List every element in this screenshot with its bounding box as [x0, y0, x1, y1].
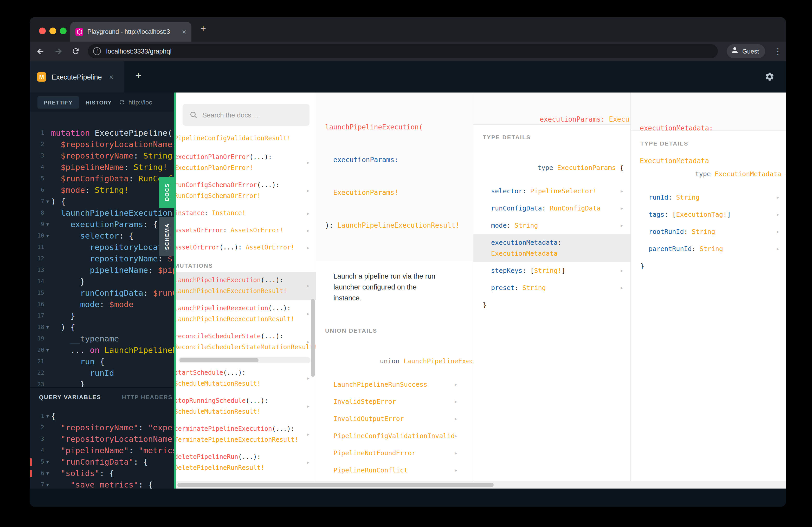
code-line[interactable]: 18▾ ) {	[30, 322, 174, 333]
horizontal-scrollbar[interactable]	[176, 481, 786, 488]
code-line[interactable]: 13 pipelineName: $pipelineName	[30, 265, 174, 276]
docs-search-input[interactable]: Search the docs ...	[183, 104, 309, 126]
code-line[interactable]: 16 mode: $mode	[30, 299, 174, 310]
code-line[interactable]: 17 }	[30, 310, 174, 322]
code-line[interactable]: 4 $pipelineName: String!	[30, 162, 174, 173]
query-editor[interactable]: 1mutation ExecutePipeline(2 $repositoryL…	[30, 112, 174, 387]
union-member-LaunchPipelineRunSuccess[interactable]: LaunchPipelineRunSuccess▶	[316, 376, 473, 393]
url-bar[interactable]: i localhost:3333/graphql	[88, 44, 718, 58]
tab-close-icon[interactable]: ×	[182, 28, 186, 36]
code-line[interactable]: 3 $repositoryName: String!	[30, 150, 174, 162]
endpoint-input[interactable]: http://loc	[119, 99, 152, 106]
docs-item-instance[interactable]: instance: Instance!▶	[176, 205, 316, 222]
scrollbar-thumb[interactable]	[179, 358, 259, 362]
browser-menu-icon[interactable]: ⋮	[774, 44, 782, 58]
code-line[interactable]: 1mutation ExecutePipeline(	[30, 127, 174, 139]
code-line[interactable]: 2 "repositoryName": "exper	[30, 422, 174, 434]
docs-item-executionPlanOrError[interactable]: executionPlanOrError(...):ExecutionPlanO…	[176, 149, 316, 177]
fold-arrow-icon[interactable]: ▾	[44, 345, 51, 356]
window-minimize-button[interactable]	[49, 28, 56, 34]
docs-item-assetsOrError[interactable]: assetsOrError: AssetsOrError!▶	[176, 222, 316, 239]
new-tab-button[interactable]: +	[200, 23, 206, 34]
query-variables-tab[interactable]: QUERY VARIABLES	[39, 394, 101, 400]
code-line[interactable]: 6▾ "solids": {	[30, 468, 174, 479]
back-icon[interactable]	[36, 47, 45, 56]
code-line[interactable]: 15 runConfigData: $runConfigData	[30, 287, 174, 299]
union-member-PipelineConfigValidationInvalid[interactable]: PipelineConfigValidationInvalid▶	[316, 427, 473, 445]
forward-icon[interactable]	[54, 47, 63, 56]
code-line[interactable]: 4 "pipelineName": "metrics	[30, 445, 174, 456]
code-line[interactable]: 11 repositoryLocationName: $repositoryLo…	[30, 242, 174, 253]
union-member-PipelineNotFoundError[interactable]: PipelineNotFoundError▶	[316, 445, 473, 462]
prettify-button[interactable]: PRETTIFY	[38, 96, 79, 108]
history-button[interactable]: HISTORY	[86, 99, 112, 105]
code-line[interactable]: 22 runId	[30, 367, 174, 379]
fold-arrow-icon[interactable]: ▾	[44, 196, 51, 207]
code-line[interactable]: 12 repositoryName: $repositoryName	[30, 253, 174, 265]
code-line[interactable]: 7▾) {	[30, 196, 174, 207]
window-close-button[interactable]	[39, 28, 46, 34]
fold-arrow-icon[interactable]: ▾	[44, 479, 51, 488]
playground-tab-close-icon[interactable]: ×	[109, 73, 113, 81]
code-line[interactable]: 1▾{	[30, 410, 174, 422]
code-line[interactable]: 14 }	[30, 276, 174, 287]
code-line[interactable]: 5 $runConfigData: RunConfigData!	[30, 173, 174, 184]
type-field-selector[interactable]: selector: PipelineSelector!▶	[473, 182, 630, 199]
docs-item-stopRunningSchedule[interactable]: stopRunningSchedule(...):ScheduleMutatio…	[176, 392, 316, 420]
fold-arrow-icon[interactable]: ▾	[44, 456, 51, 468]
page-info-icon[interactable]: i	[93, 47, 101, 55]
code-line[interactable]: 19 __typename	[30, 333, 174, 345]
reload-icon[interactable]	[71, 47, 81, 56]
code-line[interactable]: 7▾ "save metrics": {	[30, 479, 174, 488]
union-member-InvalidStepError[interactable]: InvalidStepError▶	[316, 393, 473, 410]
docs-item-assetOrError[interactable]: assetOrError(...): AssetOrError!▶	[176, 239, 316, 256]
docs-item-reconcileSchedulerState[interactable]: reconcileSchedulerState(...):ReconcileSc…	[176, 328, 316, 356]
field-arg-type[interactable]: ExecutionParams!	[325, 189, 398, 196]
url-text[interactable]: localhost:3333/graphql	[106, 48, 172, 55]
code-line[interactable]: 10▾ selector: {	[30, 230, 174, 242]
type-field-runId[interactable]: runId: String▶	[631, 189, 786, 206]
type-field-mode[interactable]: mode: String▶	[473, 217, 630, 234]
docs-item-deletePipelineRun[interactable]: deletePipelineRun(...):DeletePipelineRun…	[176, 449, 316, 477]
code-line[interactable]: 21 run {	[30, 356, 174, 367]
fold-arrow-icon[interactable]: ▾	[44, 410, 51, 422]
fold-arrow-icon[interactable]: ▾	[44, 219, 51, 230]
docs-item-launchPipelineReexecution[interactable]: launchPipelineReexecution(...):LaunchPip…	[176, 300, 316, 328]
code-line[interactable]: 23 }	[30, 379, 174, 387]
docs-item-runConfigSchemaOrError[interactable]: runConfigSchemaOrError(...):RunConfigSch…	[176, 177, 316, 205]
type-field-parentRunId[interactable]: parentRunId: String▶	[631, 240, 786, 257]
fold-arrow-icon[interactable]: ▾	[44, 322, 51, 333]
window-zoom-button[interactable]	[60, 28, 67, 34]
type-field-tags[interactable]: tags: [ExecutionTag!]▶	[631, 206, 786, 223]
code-line[interactable]: 6 $mode: String!	[30, 184, 174, 196]
vertical-scrollbar[interactable]	[311, 299, 315, 377]
union-member-InvalidOutputError[interactable]: InvalidOutputError▶	[316, 410, 473, 427]
horizontal-scrollbar[interactable]	[178, 357, 310, 363]
settings-gear-icon[interactable]	[765, 72, 774, 84]
scrollbar-thumb[interactable]	[177, 483, 494, 487]
type-field-executionMetadata[interactable]: executionMetadata:ExecutionMetadata	[473, 234, 630, 262]
docs-item-partial[interactable]: PipelineConfigValidationResult!	[176, 133, 316, 149]
code-line[interactable]: 5▾ "runConfigData": {	[30, 456, 174, 468]
type-field-runConfigData[interactable]: runConfigData: RunConfigData▶	[473, 199, 630, 217]
union-member-PythonError[interactable]: PythonError▶	[316, 479, 473, 481]
docs-item-launchPipelineExecution[interactable]: launchPipelineExecution(...):LaunchPipel…	[176, 272, 316, 300]
union-member-PipelineRunConflict[interactable]: PipelineRunConflict▶	[316, 462, 473, 479]
code-line[interactable]: 2 $repositoryLocationName: String!	[30, 139, 174, 150]
code-line[interactable]: 3 "repositoryLocationName"	[30, 434, 174, 445]
type-field-preset[interactable]: preset: String▶	[473, 279, 630, 296]
fold-arrow-icon[interactable]: ▾	[44, 468, 51, 479]
type-field-stepKeys[interactable]: stepKeys: [String!]▶	[473, 262, 630, 279]
field-return-type[interactable]: LaunchPipelineExecutionResult!	[337, 222, 460, 229]
code-line[interactable]: 9▾ executionParams: {	[30, 219, 174, 230]
type-field-rootRunId[interactable]: rootRunId: String▶	[631, 223, 786, 240]
docs-item-startSchedule[interactable]: startSchedule(...):ScheduleMutationResul…	[176, 364, 316, 392]
code-line[interactable]: 8 launchPipelineExecution(	[30, 207, 174, 219]
docs-item-terminatePipelineExecution[interactable]: terminatePipelineExecution(...):Terminat…	[176, 420, 316, 449]
browser-tab[interactable]: Playground - http://localhost:3 ×	[70, 22, 191, 42]
code-line[interactable]: 20▾ ... on LaunchPipelineRunSuccess {	[30, 345, 174, 356]
profile-button[interactable]: Guest	[727, 44, 765, 58]
playground-tab[interactable]: M ExecutePipeline ×	[30, 61, 124, 92]
http-headers-tab[interactable]: HTTP HEADERS	[122, 394, 173, 400]
schema-side-tab[interactable]: SCHEMA	[159, 217, 174, 256]
